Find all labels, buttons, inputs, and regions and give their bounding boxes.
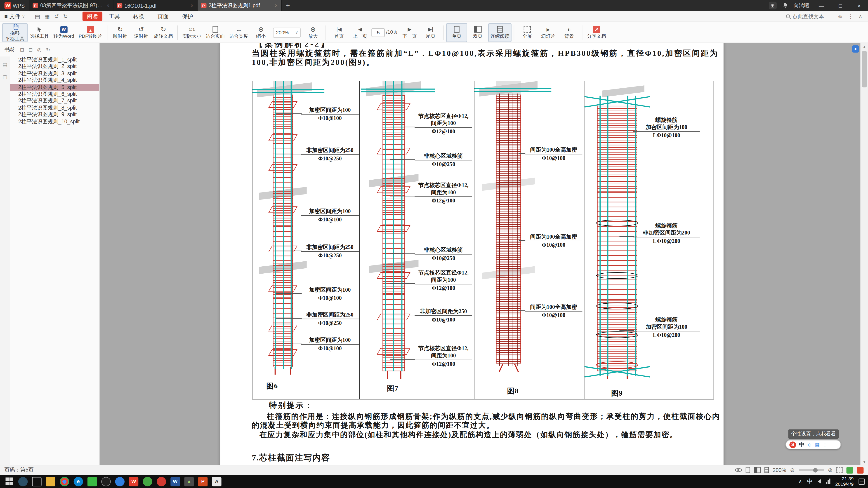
powerpoint-icon[interactable]: P <box>198 477 208 486</box>
zoom-in-icon[interactable]: ⊕ <box>828 467 833 473</box>
cortana-search-icon[interactable] <box>18 477 28 486</box>
next-page-button[interactable]: ▶ 下一页 <box>399 23 420 42</box>
vertical-scrollbar[interactable]: ▲ ▼ <box>860 43 868 465</box>
maximize-button[interactable]: □ <box>834 0 847 11</box>
chrome-icon[interactable] <box>60 477 69 486</box>
qq-icon[interactable] <box>101 477 111 486</box>
single-page-view-icon[interactable] <box>746 467 750 473</box>
zoom-in-button[interactable]: ⊕ 放大 <box>303 23 323 42</box>
background-button[interactable]: ◐ 背景 <box>559 23 580 42</box>
page-number-input[interactable] <box>372 28 385 37</box>
menu-item-page[interactable]: 页面 <box>151 12 176 20</box>
file-menu[interactable]: ≡ 文件 ∨ <box>0 12 29 20</box>
ime-keyboard-icon[interactable]: ▦ <box>815 442 819 447</box>
scroll-down-arrow[interactable]: ▼ <box>861 458 868 465</box>
redo-icon[interactable]: ↻ <box>63 13 68 20</box>
find-text-box[interactable] <box>786 13 832 20</box>
double-page-view-icon[interactable] <box>754 467 761 473</box>
bookmark-item-10[interactable]: 2柱平法识图规则_10_split <box>10 118 99 125</box>
volume-icon[interactable] <box>817 479 821 484</box>
zoom-level-select[interactable]: 200% ∨ <box>273 27 301 37</box>
apps-grid-icon[interactable]: ⊞ <box>769 2 776 9</box>
edge-browser-icon[interactable]: e <box>74 477 83 486</box>
collapse-ribbon-icon[interactable]: ∧ <box>859 13 863 20</box>
document-tab-2[interactable]: P 16G101-1.pdf × <box>113 0 197 11</box>
zoom-slider-knob[interactable] <box>813 468 817 473</box>
actual-size-button[interactable]: 1:1 实际大小 <box>180 23 204 42</box>
rotate-clockwise-button[interactable]: ↻ 顺时针 <box>110 23 131 42</box>
scroll-up-arrow[interactable]: ▲ <box>861 43 868 50</box>
rail-bookmark-icon[interactable]: ▤ <box>3 62 7 67</box>
pdf-to-image-button[interactable]: ▲ PDF转图片 <box>76 23 105 42</box>
tray-chevron-icon[interactable]: ∧ <box>798 479 802 484</box>
bookmark-item-7[interactable]: 2柱平法识图规则_7_split <box>10 98 99 104</box>
tray-chip-green[interactable] <box>846 467 853 473</box>
zoom-slider[interactable] <box>799 469 824 471</box>
continuous-read-button[interactable]: 连续阅读 <box>488 23 512 42</box>
ime-mode-indicator[interactable]: 中 <box>799 441 804 449</box>
zoom-percent[interactable]: 200% <box>773 467 786 473</box>
bookmark-item-2[interactable]: 2柱平法识图规则_2_split <box>10 63 99 70</box>
360-safe-icon[interactable] <box>143 477 152 486</box>
selection-float-widget[interactable]: ➤ <box>852 45 859 53</box>
rotate-counterclockwise-button[interactable]: ↺ 逆时针 <box>131 23 152 42</box>
minimize-button[interactable]: — <box>815 0 828 11</box>
start-button[interactable] <box>4 477 14 486</box>
tab-close-icon[interactable]: × <box>106 3 110 8</box>
bookmark-item-9[interactable]: 2柱平法识图规则_9_split <box>10 111 99 118</box>
file-explorer-icon[interactable] <box>46 477 55 486</box>
tab-close-icon[interactable]: × <box>191 3 193 8</box>
fullscreen-button[interactable]: 全屏 <box>517 23 538 42</box>
double-page-button[interactable]: 双页 <box>467 23 488 42</box>
prev-page-button[interactable]: ◀ 上一页 <box>349 23 370 42</box>
menu-item-convert[interactable]: 转换 <box>127 12 151 20</box>
hand-pan-tool-button[interactable]: 拖移 平移工具 <box>2 23 28 42</box>
eye-protect-icon[interactable] <box>735 468 742 472</box>
expand-all-icon[interactable]: ⊞ <box>20 47 24 53</box>
feedback-smiley-icon[interactable]: ☺ <box>837 13 843 20</box>
tray-chip-red[interactable] <box>857 467 864 473</box>
music-app-icon[interactable] <box>157 477 166 486</box>
zoom-out-icon[interactable]: ⊖ <box>790 467 795 473</box>
fullscreen-toggle-icon[interactable] <box>836 467 842 473</box>
wps-menu-button[interactable]: W WPS <box>0 0 29 11</box>
bookmark-item-3[interactable]: 2柱平法识图规则_3_split <box>10 70 99 77</box>
action-center-icon[interactable] <box>859 478 865 484</box>
single-page-button[interactable]: 单页 <box>446 23 467 42</box>
tab-close-icon[interactable]: × <box>275 3 278 8</box>
task-view-icon[interactable] <box>32 477 41 486</box>
refresh-bookmarks-icon[interactable]: ↻ <box>46 47 50 53</box>
locate-bookmark-icon[interactable]: ◎ <box>37 47 41 53</box>
document-tab-1[interactable]: P 03第四章梁平法识图-97(3).pdf × <box>29 0 113 11</box>
select-tool-button[interactable]: 选择工具 <box>28 23 51 42</box>
undo-icon[interactable]: ↺ <box>54 13 59 20</box>
notepad-icon[interactable]: A <box>212 477 221 486</box>
user-name[interactable]: 向鸿曦 <box>794 2 809 9</box>
print-icon[interactable]: ▦ <box>44 13 50 20</box>
photos-app-icon[interactable]: ▲ <box>184 477 194 486</box>
more-options-icon[interactable]: ⋮ <box>848 13 853 20</box>
share-document-button[interactable]: ↗ 分享文档 <box>585 23 608 42</box>
first-page-button[interactable]: |◀ 首页 <box>329 23 349 42</box>
search-input[interactable] <box>793 13 832 20</box>
fit-page-button[interactable]: 适合页面 <box>204 23 227 42</box>
sogou-logo-icon[interactable]: S <box>789 441 796 448</box>
rail-thumbnail-icon[interactable]: ▢ <box>3 74 7 79</box>
word-icon[interactable]: W <box>170 477 180 486</box>
document-tab-3-active[interactable]: P 2柱平法识图规则1.pdf × <box>197 0 281 11</box>
fit-width-button[interactable]: ↔ 适合宽度 <box>227 23 250 42</box>
bookmark-item-4[interactable]: 2柱平法识图规则_4_split <box>10 77 99 84</box>
bookmark-item-8[interactable]: 2柱平法识图规则_8_split <box>10 104 99 111</box>
scrollbar-thumb[interactable] <box>862 51 867 88</box>
continuous-view-icon[interactable] <box>765 467 769 473</box>
save-icon[interactable]: ▤ <box>35 13 40 20</box>
wps-office-icon[interactable]: W <box>129 477 138 486</box>
new-tab-button[interactable]: + <box>282 0 294 11</box>
network-icon[interactable] <box>826 479 831 484</box>
bookmark-item-5-selected[interactable]: 2柱平法识图规则_5_split <box>10 84 99 91</box>
rotate-document-button[interactable]: ↻ 旋转文档 <box>152 23 175 42</box>
ime-indicator[interactable]: 中 <box>807 477 812 485</box>
menu-item-tools[interactable]: 工具 <box>102 12 127 20</box>
ime-smiley-icon[interactable]: ☺ <box>807 442 812 447</box>
clock[interactable]: 21:39 2019/4/9 <box>835 476 854 487</box>
